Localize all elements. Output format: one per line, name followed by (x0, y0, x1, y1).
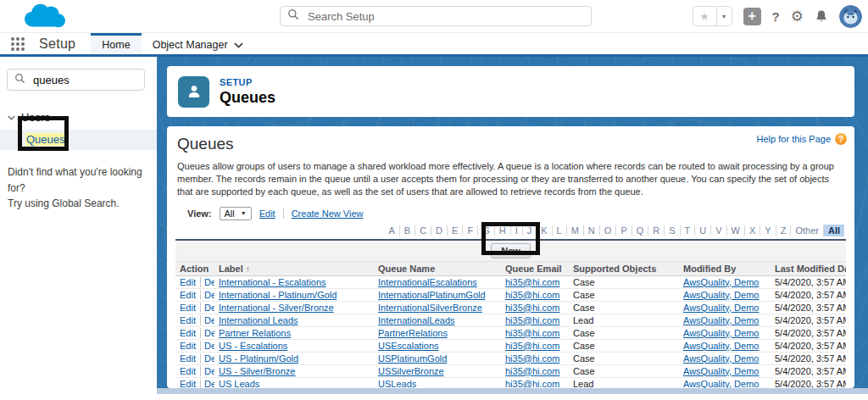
queue-name-link[interactable]: PartnerRelations (378, 328, 448, 338)
del-link[interactable]: Del (200, 379, 214, 388)
queue-name-link[interactable]: InternationalLeads (378, 315, 455, 325)
edit-link[interactable]: Edit (180, 303, 196, 313)
edit-link[interactable]: Edit (180, 290, 196, 300)
del-link[interactable]: Del (200, 366, 214, 376)
alphabet-link[interactable]: R (648, 225, 664, 236)
queue-label-link[interactable]: International - Escalations (219, 277, 326, 287)
del-link[interactable]: Del (200, 328, 214, 338)
queue-email-link[interactable]: hi35@hi.com (505, 353, 559, 364)
edit-link[interactable]: Edit (180, 315, 196, 325)
column-header-modified-by[interactable]: Modified By (679, 262, 771, 276)
modified-by-link[interactable]: AwsQuality, Demo (683, 366, 759, 376)
alphabet-link-all[interactable]: All (823, 225, 844, 236)
alphabet-link[interactable]: H (494, 225, 510, 236)
alphabet-link[interactable]: Z (776, 225, 791, 236)
alphabet-link[interactable]: T (680, 225, 695, 236)
alphabet-link[interactable]: A (384, 225, 398, 236)
queue-email-link[interactable]: hi35@hi.com (505, 303, 559, 313)
app-launcher-icon[interactable] (11, 37, 25, 51)
user-avatar[interactable] (839, 5, 862, 28)
modified-by-link[interactable]: AwsQuality, Demo (683, 379, 759, 388)
alphabet-link[interactable]: S (664, 225, 679, 236)
alphabet-link[interactable]: Q (632, 225, 648, 236)
alphabet-link[interactable]: J (522, 225, 537, 236)
alphabet-link[interactable]: F (462, 225, 477, 236)
queue-email-link[interactable]: hi35@hi.com (505, 277, 559, 287)
edit-link[interactable]: Edit (180, 379, 196, 388)
queue-email-link[interactable]: hi35@hi.com (505, 379, 559, 388)
modified-by-link[interactable]: AwsQuality, Demo (683, 341, 759, 351)
favorites-star-icon[interactable]: ★ (693, 7, 717, 25)
alphabet-link[interactable]: C (415, 225, 431, 236)
help-icon[interactable]: ? (772, 9, 780, 24)
alphabet-link[interactable]: B (399, 225, 415, 236)
queue-label-link[interactable]: International - Silver/Bronze (219, 303, 334, 313)
new-button[interactable]: New (491, 243, 531, 258)
queue-email-link[interactable]: hi35@hi.com (505, 328, 559, 338)
edit-link[interactable]: Edit (180, 353, 196, 364)
del-link[interactable]: Del (200, 341, 214, 351)
edit-view-link[interactable]: Edit (259, 208, 275, 219)
alphabet-link[interactable]: U (694, 225, 710, 236)
queue-label-link[interactable]: US - Platinum/Gold (219, 353, 298, 364)
quick-create-button[interactable]: + (743, 8, 761, 25)
column-header-last-modified-date[interactable]: Last Modified Date (771, 262, 846, 276)
queue-name-link[interactable]: USSilverBronze (378, 366, 444, 376)
del-link[interactable]: Del (200, 303, 214, 313)
alphabet-link[interactable]: W (726, 225, 744, 236)
alphabet-link[interactable]: Y (760, 225, 775, 236)
queue-name-link[interactable]: USPlatinumGold (378, 353, 447, 364)
notifications-bell-icon[interactable] (815, 9, 828, 23)
sidebar-group-users[interactable]: Users (8, 111, 157, 124)
column-header-supported-objects[interactable]: Supported Objects (569, 262, 679, 276)
queue-label-link[interactable]: International Leads (219, 315, 298, 325)
edit-link[interactable]: Edit (180, 277, 196, 287)
queue-email-link[interactable]: hi35@hi.com (505, 290, 559, 300)
queue-label-link[interactable]: US - Silver/Bronze (219, 366, 295, 376)
alphabet-link[interactable]: L (552, 225, 566, 236)
modified-by-link[interactable]: AwsQuality, Demo (683, 328, 759, 338)
del-link[interactable]: Del (200, 353, 214, 364)
del-link[interactable]: Del (200, 277, 214, 287)
alphabet-link[interactable]: V (710, 225, 726, 236)
help-for-this-page-link[interactable]: Help for this Page ? (757, 133, 847, 145)
column-header-queue-name[interactable]: Queue Name (374, 262, 501, 276)
queue-email-link[interactable]: hi35@hi.com (505, 315, 559, 325)
queue-name-link[interactable]: USEscalations (378, 341, 439, 351)
alphabet-link[interactable]: I (510, 225, 522, 236)
edit-link[interactable]: Edit (180, 366, 196, 376)
modified-by-link[interactable]: AwsQuality, Demo (683, 315, 759, 325)
column-header-label[interactable]: Label↑ (214, 262, 374, 276)
edit-link[interactable]: Edit (180, 328, 196, 338)
create-new-view-link[interactable]: Create New View (283, 208, 364, 219)
edit-link[interactable]: Edit (180, 341, 196, 351)
sidebar-item-queues[interactable]: Queues (0, 130, 157, 150)
modified-by-link[interactable]: AwsQuality, Demo (683, 303, 759, 313)
modified-by-link[interactable]: AwsQuality, Demo (683, 277, 759, 287)
queue-label-link[interactable]: Partner Relations (219, 328, 291, 338)
alphabet-link[interactable]: D (431, 225, 447, 236)
alphabet-link[interactable]: N (583, 225, 599, 236)
alphabet-link[interactable]: G (477, 225, 494, 236)
modified-by-link[interactable]: AwsQuality, Demo (683, 290, 759, 300)
alphabet-link[interactable]: E (447, 225, 462, 236)
queue-name-link[interactable]: USLeads (378, 379, 416, 388)
alphabet-link[interactable]: O (599, 225, 616, 236)
favorites-dropdown-icon[interactable]: ▾ (717, 7, 732, 25)
tab-home[interactable]: Home (91, 33, 141, 54)
queue-name-link[interactable]: InternationalSilverBronze (378, 303, 482, 313)
alphabet-link-other[interactable]: Other (790, 225, 823, 236)
queue-label-link[interactable]: US - Escalations (219, 341, 287, 351)
alphabet-link[interactable]: X (744, 225, 760, 236)
alphabet-link[interactable]: P (615, 225, 631, 236)
queue-label-link[interactable]: US Leads (219, 379, 259, 388)
queue-name-link[interactable]: InternationalPlatinumGold (378, 290, 486, 300)
modified-by-link[interactable]: AwsQuality, Demo (683, 353, 759, 364)
del-link[interactable]: Del (200, 315, 214, 325)
queue-email-link[interactable]: hi35@hi.com (505, 366, 559, 376)
column-header-queue-email[interactable]: Queue Email (501, 262, 569, 276)
alphabet-link[interactable]: M (566, 225, 583, 236)
queue-email-link[interactable]: hi35@hi.com (505, 341, 559, 351)
sidebar-search-input[interactable] (31, 73, 137, 87)
queue-name-link[interactable]: InternationalEscalations (378, 277, 477, 287)
